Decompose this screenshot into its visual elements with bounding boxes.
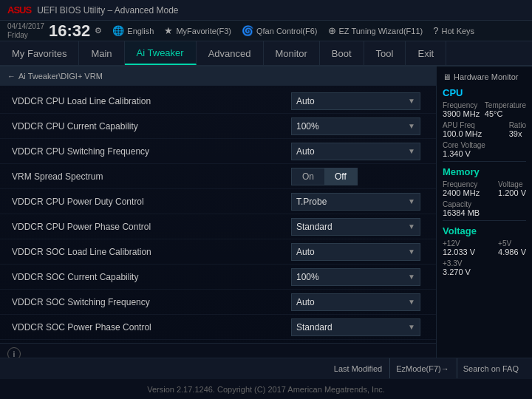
dropdown-cpu-switching[interactable]: Auto ▼	[291, 143, 420, 160]
tab-tool[interactable]: Tool	[364, 41, 406, 65]
tab-exit[interactable]: Exit	[406, 41, 446, 65]
chevron-down-icon: ▼	[408, 197, 415, 205]
search-faq-button[interactable]: Search on FAQ	[457, 358, 525, 378]
setting-label: VRM Spread Spectrum	[12, 171, 291, 182]
setting-control: Auto ▼	[291, 243, 424, 261]
asus-logo: ASUS	[7, 4, 31, 16]
setting-row: VDDCR SOC Power Phase Control Standard ▼	[0, 315, 436, 340]
language-icon: 🌐	[112, 25, 124, 36]
hw-cpu-voltage-row: Core Voltage 1.340 V	[443, 141, 526, 158]
hw-v12: +12V 12.033 V	[443, 239, 475, 256]
chevron-down-icon: ▼	[408, 298, 415, 306]
bios-title: UEFI BIOS Utility – Advanced Mode	[37, 5, 178, 16]
info-bar: 04/14/2017Friday 16:32 ⚙ 🌐 English ★ MyF…	[0, 21, 532, 41]
status-bar: Last Modified EzMode(F7)→ Search on FAQ	[0, 358, 532, 378]
dropdown-soc-switching[interactable]: Auto ▼	[291, 293, 420, 311]
myfavorite-button[interactable]: ★ MyFavorite(F3)	[164, 25, 231, 36]
last-modified-label: Last Modified	[328, 358, 388, 378]
toggle-vrm-spread[interactable]: On Off	[291, 168, 358, 185]
chevron-down-icon: ▼	[408, 273, 415, 281]
chevron-down-icon: ▼	[408, 248, 415, 256]
hw-mem-voltage: Voltage 1.200 V	[498, 180, 526, 197]
setting-row: VDDCR CPU Current Capability 100% ▼	[0, 114, 436, 139]
language-selector[interactable]: 🌐 English	[112, 25, 154, 36]
dropdown-cpu-phase[interactable]: Standard ▼	[291, 218, 420, 236]
nav-tabs: My Favorites Main Ai Tweaker Advanced Mo…	[0, 41, 532, 66]
hw-volt-33-row: +3.3V 3.270 V	[443, 259, 526, 276]
setting-control: T.Probe ▼	[291, 193, 424, 211]
tab-main[interactable]: Main	[79, 41, 124, 65]
hw-mem-capacity: Capacity 16384 MB	[443, 200, 480, 217]
chevron-down-icon: ▼	[408, 323, 415, 331]
back-arrow-icon[interactable]: ←	[7, 72, 16, 81]
hardware-monitor-panel: 🖥 Hardware Monitor CPU Frequency 3900 MH…	[436, 66, 532, 358]
ez-icon: ⊕	[328, 25, 336, 36]
hw-cpu-ratio: Ratio 39x	[509, 121, 526, 138]
eztuning-button[interactable]: ⊕ EZ Tuning Wizard(F11)	[328, 25, 423, 36]
setting-control: On Off	[291, 168, 424, 185]
ezmode-button[interactable]: EzMode(F7)→	[389, 358, 455, 378]
top-bar: ASUS UEFI BIOS Utility – Advanced Mode	[0, 0, 532, 21]
main-content: ← Ai Tweaker\DIGI+ VRM VDDCR CPU Load Li…	[0, 66, 532, 358]
dropdown-soc-current[interactable]: 100% ▼	[291, 268, 420, 286]
setting-label: VDDCR CPU Load Line Calibration	[12, 96, 291, 106]
qfan-button[interactable]: 🌀 Qfan Control(F6)	[242, 25, 318, 36]
hw-mem-freq-row: Frequency 2400 MHz Voltage 1.200 V	[443, 180, 526, 197]
time-display: 16:32	[49, 23, 90, 39]
dropdown-soc-load-line[interactable]: Auto ▼	[291, 243, 420, 261]
setting-label: VDDCR CPU Power Duty Control	[12, 197, 291, 207]
hw-volt-12-row: +12V 12.033 V +5V 4.986 V	[443, 239, 526, 256]
help-icon: ?	[433, 25, 438, 36]
setting-label: VDDCR SOC Power Phase Control	[12, 322, 291, 332]
dropdown-soc-phase[interactable]: Standard ▼	[291, 318, 420, 336]
dropdown-cpu-load-line[interactable]: Auto ▼	[291, 92, 420, 110]
toggle-off[interactable]: Off	[324, 168, 357, 185]
breadcrumb-path: Ai Tweaker\DIGI+ VRM	[18, 72, 103, 81]
chevron-down-icon: ▼	[408, 122, 415, 130]
tab-my-favorites[interactable]: My Favorites	[0, 41, 79, 65]
hw-mem-capacity-row: Capacity 16384 MB	[443, 200, 526, 217]
info-icon[interactable]: i	[7, 347, 21, 358]
setting-row: VDDCR CPU Load Line Calibration Auto ▼	[0, 89, 436, 114]
setting-control: Standard ▼	[291, 218, 424, 236]
hw-divider	[443, 220, 526, 221]
hw-cpu-temp: Temperature 45°C	[485, 101, 526, 118]
tab-boot[interactable]: Boot	[320, 41, 364, 65]
tab-ai-tweaker[interactable]: Ai Tweaker	[125, 41, 197, 65]
hw-cpu-freq-row: Frequency 3900 MHz Temperature 45°C	[443, 101, 526, 118]
setting-row: VDDCR CPU Power Duty Control T.Probe ▼	[0, 189, 436, 214]
hw-v33: +3.3V 3.270 V	[443, 259, 471, 276]
setting-label: VDDCR CPU Switching Frequency	[12, 146, 291, 157]
toggle-on[interactable]: On	[292, 168, 324, 185]
gear-icon[interactable]: ⚙	[95, 26, 102, 35]
setting-label: VDDCR SOC Current Capability	[12, 272, 291, 282]
setting-row: VDDCR SOC Load Line Calibration Auto ▼	[0, 239, 436, 265]
dropdown-cpu-duty[interactable]: T.Probe ▼	[291, 193, 420, 211]
chevron-down-icon: ▼	[408, 147, 415, 155]
setting-control: 100% ▼	[291, 117, 424, 135]
setting-label: VDDCR CPU Current Capability	[12, 121, 291, 132]
hw-mem-title: Memory	[443, 166, 526, 177]
date-text: 04/14/2017Friday	[7, 22, 44, 40]
hw-cpu-title: CPU	[443, 87, 526, 98]
setting-label: VDDCR CPU Power Phase Control	[12, 222, 291, 232]
chevron-down-icon: ▼	[408, 97, 415, 105]
hw-cpu-freq: Frequency 3900 MHz	[443, 101, 480, 118]
setting-row: VDDCR CPU Power Phase Control Standard ▼	[0, 214, 436, 239]
hw-divider	[443, 161, 526, 162]
tab-advanced[interactable]: Advanced	[197, 41, 264, 65]
setting-label: VDDCR SOC Switching Frequency	[12, 297, 291, 307]
setting-row: VDDCR SOC Current Capability 100% ▼	[0, 265, 436, 290]
date-time-block: 04/14/2017Friday 16:32 ⚙	[7, 22, 102, 40]
monitor-icon: 🖥	[443, 72, 451, 81]
breadcrumb: ← Ai Tweaker\DIGI+ VRM	[0, 66, 436, 86]
setting-control: 100% ▼	[291, 268, 424, 286]
tab-monitor[interactable]: Monitor	[264, 41, 320, 65]
hotkeys-button[interactable]: ? Hot Keys	[433, 25, 474, 36]
setting-control: Auto ▼	[291, 92, 424, 110]
setting-row: VRM Spread Spectrum On Off	[0, 164, 436, 189]
dropdown-cpu-current[interactable]: 100% ▼	[291, 117, 420, 135]
settings-list: VDDCR CPU Load Line Calibration Auto ▼ V…	[0, 86, 436, 343]
setting-control: Standard ▼	[291, 318, 424, 336]
setting-row: VDDCR SOC Switching Frequency Auto ▼	[0, 290, 436, 315]
